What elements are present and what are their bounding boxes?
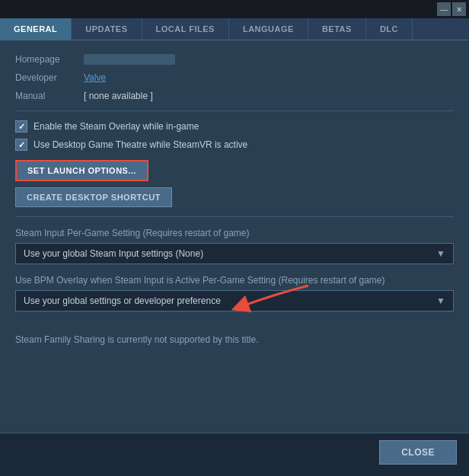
manual-label: Manual (15, 91, 84, 101)
developer-value: Valve (84, 72, 106, 83)
content-area: Homepage Developer Valve Manual [ none a… (0, 40, 469, 433)
manual-row: Manual [ none available ] (15, 91, 454, 101)
homepage-label: Homepage (15, 54, 84, 65)
checkbox-overlay-row[interactable]: Enable the Steam Overlay while in-game (15, 120, 454, 133)
tab-localfiles[interactable]: LOCAL FILES (142, 18, 229, 40)
tab-language[interactable]: LANGUAGE (229, 18, 308, 40)
bpm-overlay-dropdown[interactable]: Use your global settings or developer pr… (15, 290, 454, 311)
developer-label: Developer (15, 72, 84, 83)
btn-row: SET LAUNCH OPTIONS... (15, 160, 454, 181)
manual-value: [ none available ] (84, 91, 153, 101)
bpm-overlay-label: Use BPM Overlay when Steam Input is Acti… (15, 275, 454, 286)
title-bar: — ✕ (0, 0, 469, 18)
btn-row-2: CREATE DESKTOP SHORTCUT (15, 187, 454, 207)
close-button[interactable]: CLOSE (379, 440, 457, 465)
divider-1 (15, 110, 454, 111)
steam-input-dropdown[interactable]: Use your global Steam Input settings (No… (15, 243, 454, 264)
create-desktop-shortcut-button[interactable]: CREATE DESKTOP SHORTCUT (15, 187, 172, 207)
checkbox-theatre-label: Use Desktop Game Theatre while SteamVR i… (34, 139, 247, 150)
checkbox-theatre-row[interactable]: Use Desktop Game Theatre while SteamVR i… (15, 139, 454, 151)
family-sharing-note: Steam Family Sharing is currently not su… (15, 327, 454, 345)
tab-general[interactable]: GENERAL (0, 18, 72, 40)
checkbox-overlay[interactable] (15, 120, 27, 133)
bottom-bar: CLOSE (0, 433, 469, 471)
developer-row: Developer Valve (15, 72, 454, 83)
tab-updates[interactable]: UPDATES (72, 18, 142, 40)
tabs-bar: GENERAL UPDATES LOCAL FILES LANGUAGE BET… (0, 18, 469, 40)
tab-betas[interactable]: BETAS (308, 18, 366, 40)
homepage-bar (84, 54, 175, 65)
set-launch-options-button[interactable]: SET LAUNCH OPTIONS... (15, 160, 148, 181)
minimize-button[interactable]: — (437, 2, 451, 16)
divider-2 (15, 216, 454, 217)
bpm-overlay-dropdown-text: Use your global settings or developer pr… (24, 296, 436, 306)
close-title-button[interactable]: ✕ (452, 2, 466, 16)
checkbox-overlay-label: Enable the Steam Overlay while in-game (34, 121, 199, 132)
steam-input-label: Steam Input Per-Game Setting (Requires r… (15, 228, 454, 238)
bpm-overlay-dropdown-arrow: ▼ (436, 296, 445, 306)
homepage-row: Homepage (15, 54, 454, 65)
checkbox-theatre[interactable] (15, 139, 27, 151)
developer-link[interactable]: Valve (84, 72, 106, 83)
steam-input-dropdown-arrow: ▼ (436, 248, 445, 259)
steam-input-dropdown-text: Use your global Steam Input settings (No… (24, 248, 436, 259)
tab-dlc[interactable]: DLC (366, 18, 413, 40)
